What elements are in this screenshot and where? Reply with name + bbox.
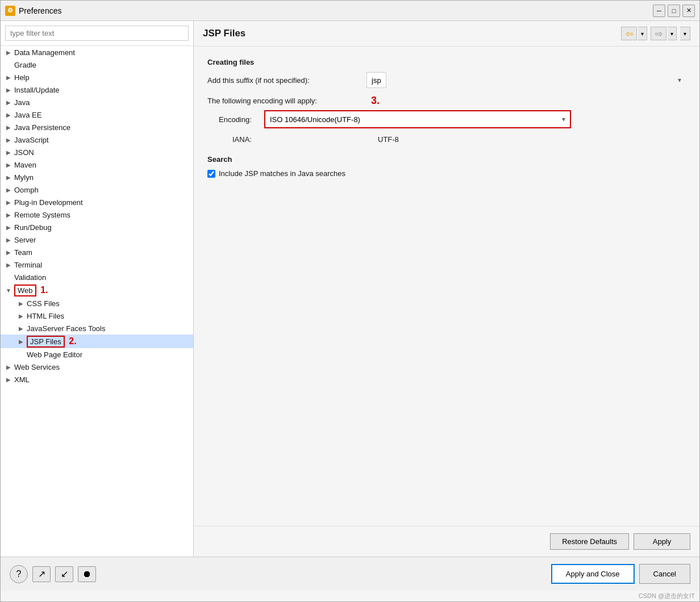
expand-arrow: ▶ <box>4 85 13 94</box>
suffix-select-wrapper: jsp <box>366 72 686 88</box>
sidebar-item-label: Remote Systems <box>14 211 70 219</box>
sidebar-item-remote-systems[interactable]: ▶ Remote Systems <box>1 208 193 221</box>
encoding-field-label: Encoding: <box>219 115 264 124</box>
sidebar-item-java-persistence[interactable]: ▶ Java Persistence <box>1 121 193 133</box>
sidebar-item-mylyn[interactable]: ▶ Mylyn <box>1 171 193 183</box>
sidebar-item-data-management[interactable]: ▶ Data Management <box>1 46 193 58</box>
content-header: JSP Files ⇦ ▾ ⇨ ▾ ▾ <box>194 21 699 47</box>
expand-arrow: ▶ <box>4 135 13 144</box>
back-dropdown[interactable]: ▾ <box>638 27 647 40</box>
sidebar-item-help[interactable]: ▶ Help <box>1 71 193 83</box>
expand-arrow: ▶ <box>16 324 26 333</box>
sidebar-item-label: Data Management <box>14 48 75 57</box>
suffix-label: Add this suffix (if not specified): <box>207 76 366 85</box>
expand-arrow: ▶ <box>4 248 13 257</box>
sidebar-item-label: JSON <box>14 148 34 157</box>
expand-arrow: ▶ <box>4 173 13 182</box>
encoding-select-wrapper: ISO 10646/Unicode(UTF-8) ▾ <box>264 110 571 128</box>
maximize-button[interactable]: □ <box>668 5 680 17</box>
sidebar-item-label: Run/Debug <box>14 223 52 232</box>
expand-arrow: ▶ <box>4 260 13 269</box>
iana-label: IANA: <box>219 135 378 144</box>
sidebar: ▶ Data Management Gradle ▶ Help ▶ Instal… <box>1 21 194 557</box>
close-button[interactable]: ✕ <box>682 5 695 17</box>
expand-arrow: ▶ <box>16 299 26 308</box>
expand-arrow: ▶ <box>4 110 13 119</box>
sidebar-item-label: Web Page Editor <box>27 350 82 359</box>
sidebar-item-label: Server <box>14 236 36 244</box>
expand-arrow: ▶ <box>4 160 13 169</box>
sidebar-item-json[interactable]: ▶ JSON <box>1 146 193 158</box>
dialog-footer: ? ↗ ↙ ⏺ Apply and Close Cancel <box>1 557 699 591</box>
sidebar-item-maven[interactable]: ▶ Maven <box>1 158 193 171</box>
expand-arrow: ▶ <box>4 185 13 194</box>
expand-arrow: ▶ <box>4 198 13 207</box>
sidebar-item-terminal[interactable]: ▶ Terminal <box>1 258 193 271</box>
search-input[interactable] <box>5 26 189 41</box>
export-import-button2[interactable]: ↙ <box>55 566 73 582</box>
sidebar-item-javascript[interactable]: ▶ JavaScript <box>1 133 193 146</box>
app-icon: ⚙ <box>5 6 15 16</box>
view-menu-button[interactable]: ▾ <box>680 27 690 40</box>
record-button[interactable]: ⏺ <box>78 566 96 582</box>
sidebar-item-label: Web 1. <box>14 285 48 295</box>
expand-arrow: ▶ <box>4 210 13 219</box>
footer-right: Apply and Close Cancel <box>551 564 690 584</box>
encoding-select[interactable]: ISO 10646/Unicode(UTF-8) <box>265 111 570 127</box>
expand-arrow: ▶ <box>4 148 13 157</box>
sidebar-item-label: Mylyn <box>14 173 34 182</box>
sidebar-item-xml[interactable]: ▶ XML <box>1 373 193 386</box>
expand-arrow: ▶ <box>4 375 13 384</box>
suffix-select[interactable]: jsp <box>366 72 386 88</box>
sidebar-item-run-debug[interactable]: ▶ Run/Debug <box>1 221 193 233</box>
sidebar-item-label: Oomph <box>14 186 39 194</box>
sidebar-item-oomph[interactable]: ▶ Oomph <box>1 183 193 196</box>
sidebar-item-label: Help <box>14 73 30 82</box>
sidebar-item-label: Install/Update <box>14 86 60 94</box>
sidebar-item-java[interactable]: ▶ Java <box>1 96 193 108</box>
expand-arrow: ▶ <box>4 362 13 371</box>
jsp-search-label: Include JSP matches in Java searches <box>219 169 345 178</box>
apply-button[interactable]: Apply <box>634 533 690 550</box>
export-icon: ↗ <box>38 568 45 579</box>
sidebar-item-server[interactable]: ▶ Server <box>1 233 193 246</box>
forward-dropdown[interactable]: ▾ <box>668 27 677 40</box>
content-area: JSP Files ⇦ ▾ ⇨ ▾ ▾ Creating files Add t… <box>194 21 699 557</box>
forward-button[interactable]: ⇨ <box>651 27 666 40</box>
restore-defaults-button[interactable]: Restore Defaults <box>550 533 629 550</box>
sidebar-item-jsp-files[interactable]: ▶ JSP Files 2. <box>1 335 193 348</box>
search-box <box>1 21 193 46</box>
export-import-button1[interactable]: ↗ <box>32 566 51 582</box>
sidebar-item-css-files[interactable]: ▶ CSS Files <box>1 297 193 310</box>
iana-value: UTF-8 <box>378 135 399 144</box>
jsp-search-checkbox[interactable] <box>207 170 215 178</box>
sidebar-item-gradle[interactable]: Gradle <box>1 58 193 71</box>
back-button[interactable]: ⇦ <box>621 27 637 40</box>
sidebar-item-label: HTML Files <box>27 312 64 320</box>
sidebar-item-web-page-editor[interactable]: Web Page Editor <box>1 348 193 361</box>
title-bar: ⚙ Preferences ─ □ ✕ <box>1 1 699 21</box>
sidebar-item-html-files[interactable]: ▶ HTML Files <box>1 310 193 322</box>
sidebar-item-plug-in-development[interactable]: ▶ Plug-in Development <box>1 196 193 208</box>
minimize-button[interactable]: ─ <box>653 5 665 17</box>
sidebar-item-jsf-tools[interactable]: ▶ JavaServer Faces Tools <box>1 322 193 335</box>
content-body: Creating files Add this suffix (if not s… <box>194 47 699 526</box>
sidebar-item-java-ee[interactable]: ▶ Java EE <box>1 108 193 121</box>
sidebar-item-team[interactable]: ▶ Team <box>1 246 193 258</box>
content-footer: Restore Defaults Apply <box>194 526 699 557</box>
sidebar-item-label: Maven <box>14 161 36 169</box>
sidebar-item-web[interactable]: ▼ Web 1. <box>1 283 193 297</box>
help-button[interactable]: ? <box>10 565 28 583</box>
cancel-button[interactable]: Cancel <box>639 564 690 584</box>
sidebar-item-install-update[interactable]: ▶ Install/Update <box>1 83 193 96</box>
sidebar-item-label: JavaScript <box>14 136 49 144</box>
apply-close-button[interactable]: Apply and Close <box>551 564 635 584</box>
expand-arrow: ▶ <box>4 235 13 244</box>
sidebar-item-label: CSS Files <box>27 299 60 308</box>
expand-arrow: ▶ <box>4 123 13 132</box>
watermark: CSDN @进击的女IT <box>1 591 699 601</box>
sidebar-item-label: Gradle <box>14 61 36 69</box>
sidebar-item-label: Web Services <box>14 363 60 371</box>
sidebar-item-web-services[interactable]: ▶ Web Services <box>1 361 193 373</box>
sidebar-item-validation[interactable]: Validation <box>1 271 193 283</box>
